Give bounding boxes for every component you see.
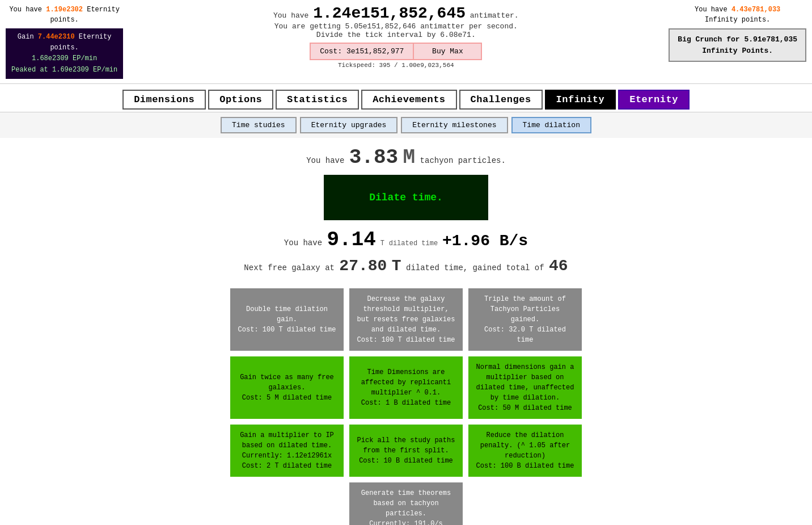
gain-suffix: Eternity [75, 33, 112, 41]
top-left: You have 1.19e2302 Eternity points. Gain… [6, 5, 123, 79]
gain-peaked: Peaked at 1.69e2309 EP/min [11, 66, 117, 74]
ep-prefix: You have [9, 6, 46, 14]
upgrade-card-u8[interactable]: Pick all the study paths from the first … [349, 425, 463, 477]
gain-line2: points. [50, 44, 78, 52]
dilate-button-wrap: Dilate time. [0, 175, 812, 220]
galaxy-display: Next free galaxy at 27.80 T dilated time… [0, 257, 812, 275]
antimatter-suffix: antimatter. [466, 11, 519, 20]
cost-button[interactable]: Cost: 3e151,852,977 [310, 43, 414, 60]
tachyon-value: 3.83 [349, 146, 398, 169]
galaxy-unit: T [392, 257, 401, 275]
galaxy-mid: dilated time, gained total of [406, 263, 549, 272]
infinity-points-display: You have 4.43e781,033 Infinity points. [669, 5, 806, 25]
gain-rate: 1.68e2309 EP/min [32, 54, 97, 62]
dilated-time-display: You have 9.14 T dilated time +1.96 B/s [0, 228, 812, 251]
top-bar: You have 1.19e2302 Eternity points. Gain… [0, 0, 812, 84]
upgrade-card-u6[interactable]: Normal dimensions gain a multiplier base… [468, 356, 582, 419]
nav-tabs: Dimensions Options Statistics Achievemen… [0, 84, 812, 112]
upgrade-card-u5[interactable]: Time Dimensions are affected by replican… [349, 356, 463, 419]
top-center: You have 1.24e151,852,645 antimatter. Yo… [123, 5, 669, 69]
tab-dimensions[interactable]: Dimensions [122, 90, 206, 110]
upgrade-card-u4[interactable]: Gain twice as many free galaxies. Cost: … [230, 356, 344, 419]
antimatter-rate: You are getting 5.05e151,852,646 antimat… [123, 22, 669, 31]
dilate-button[interactable]: Dilate time. [324, 175, 488, 220]
top-right: You have 4.43e781,033 Infinity points. B… [669, 5, 806, 62]
galaxy-total: 46 [549, 257, 568, 275]
tab-achievements[interactable]: Achievements [361, 90, 456, 110]
ep-value: 1.19e2302 [46, 6, 83, 14]
upgrade-card-u11[interactable]: Generate time theorems based on tachyon … [349, 482, 463, 525]
antimatter-value: 1.24e151,852,645 [313, 5, 466, 22]
ip-label: Infinity points. [705, 16, 770, 24]
antimatter-prefix: You have [273, 11, 313, 20]
ep-label: points. [50, 16, 78, 24]
tab-eternity[interactable]: Eternity [618, 90, 690, 110]
tab-statistics[interactable]: Statistics [276, 90, 359, 110]
tachyon-display: You have 3.83 M tachyon particles. [0, 146, 812, 169]
upgrade-card-u2[interactable]: Decrease the galaxy threshold multiplier… [349, 288, 463, 351]
galaxy-value: 27.80 [339, 257, 387, 275]
upgrade-grid: Double time dilation gain. Cost: 100 T d… [0, 288, 812, 525]
upgrade-card-u9[interactable]: Reduce the dilation penalty. (^ 1.05 aft… [468, 425, 582, 477]
tickinterval-info: Divide the tick interval by 6.08e71. [123, 31, 669, 39]
dilated-rate: +1.96 B/s [442, 232, 528, 250]
dilated-unit: T [380, 239, 384, 247]
buy-max-button[interactable]: Buy Max [414, 43, 482, 60]
ip-prefix: You have [695, 6, 731, 14]
antimatter-display: You have 1.24e151,852,645 antimatter. [123, 5, 669, 22]
upgrade-card-u12 [468, 482, 582, 525]
sub-tab-eternity-milestones[interactable]: Eternity milestones [401, 117, 508, 133]
upgrade-card-u7[interactable]: Gain a multiplier to IP based on dilated… [230, 425, 344, 477]
sub-tab-eternity-upgrades[interactable]: Eternity upgrades [300, 117, 398, 133]
sub-tab-time-dilation[interactable]: Time dilation [511, 117, 591, 133]
ep-suffix: Eternity [83, 6, 120, 14]
dilated-prefix: You have [284, 238, 327, 247]
tachyon-unit: M [403, 146, 416, 169]
tab-options[interactable]: Options [208, 90, 273, 110]
galaxy-prefix: Next free galaxy at [244, 263, 339, 272]
upgrade-card-u1[interactable]: Double time dilation gain. Cost: 100 T d… [230, 288, 344, 351]
gain-box: Gain 7.44e2310 Eternity points. 1.68e230… [6, 28, 123, 79]
ip-value: 4.43e781,033 [731, 6, 780, 14]
tab-challenges[interactable]: Challenges [459, 90, 543, 110]
tab-infinity[interactable]: Infinity [545, 90, 616, 110]
dilated-value: 9.14 [327, 228, 375, 251]
tachyon-suffix: tachyon particles. [415, 156, 506, 165]
main-content: You have 3.83 M tachyon particles. Dilat… [0, 138, 812, 288]
cost-buy-row: Cost: 3e151,852,977 Buy Max [123, 43, 669, 60]
dilated-label: dilated time [389, 239, 438, 247]
gain-prefix: Gain [18, 33, 38, 41]
upgrade-card-u10 [230, 482, 344, 525]
sub-tabs: Time studies Eternity upgrades Eternity … [0, 112, 812, 138]
tachyon-prefix: You have [306, 156, 349, 165]
tickspeed-display: Tickspeed: 395 / 1.00e9,023,564 [123, 62, 669, 69]
upgrade-card-u3[interactable]: Triple the amount of Tachyon Particles g… [468, 288, 582, 351]
gain-value: 7.44e2310 [38, 33, 75, 41]
big-crunch-button[interactable]: Big Crunch for 5.91e781,035 Infinity Poi… [669, 28, 806, 62]
eternity-points-display: You have 1.19e2302 Eternity points. [6, 5, 123, 25]
sub-tab-time-studies[interactable]: Time studies [221, 117, 297, 133]
